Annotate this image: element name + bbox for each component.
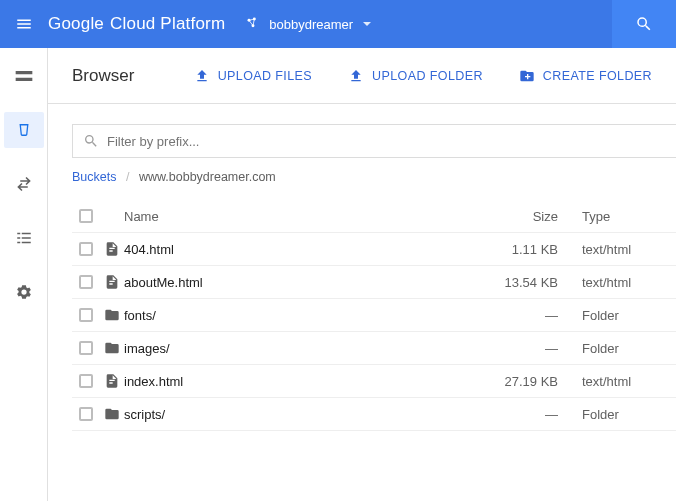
row-size: — (468, 407, 558, 422)
brand: Google Cloud Platform (48, 14, 225, 34)
breadcrumb-sep: / (126, 170, 129, 184)
sidebar-item-settings[interactable] (4, 274, 44, 310)
caret-down-icon (363, 22, 371, 26)
file-icon (100, 241, 124, 257)
filter-box[interactable] (72, 124, 676, 158)
folder-icon (100, 307, 124, 323)
gear-icon (15, 283, 33, 301)
project-icon (245, 15, 261, 34)
upload-folder-icon (348, 68, 364, 84)
row-checkbox[interactable] (79, 308, 93, 322)
upload-files-button[interactable]: UPLOAD FILES (194, 68, 312, 84)
sidebar-item-transfer-appliance[interactable] (4, 220, 44, 256)
row-name[interactable]: index.html (124, 374, 468, 389)
table-header: Name Size Type (72, 200, 676, 233)
table-row[interactable]: 404.html1.11 KBtext/html (72, 233, 676, 266)
create-folder-button[interactable]: CREATE FOLDER (519, 68, 652, 84)
hamburger-icon (15, 15, 33, 33)
toolbar: Browser UPLOAD FILES UPLOAD FOLDER CREAT… (48, 48, 676, 104)
sidebar-item-storage[interactable] (4, 58, 44, 94)
row-type: text/html (558, 275, 668, 290)
row-size: 1.11 KB (468, 242, 558, 257)
bucket-icon (15, 121, 33, 139)
folder-icon (100, 406, 124, 422)
sidebar-item-transfer[interactable] (4, 166, 44, 202)
filter-search-icon (83, 133, 99, 149)
row-checkbox[interactable] (79, 407, 93, 421)
storage-icon (14, 66, 34, 86)
table-row[interactable]: aboutMe.html13.54 KBtext/html (72, 266, 676, 299)
row-checkbox[interactable] (79, 374, 93, 388)
upload-folder-label: UPLOAD FOLDER (372, 69, 483, 83)
table-row[interactable]: index.html27.19 KBtext/html (72, 365, 676, 398)
file-icon (100, 274, 124, 290)
upload-files-icon (194, 68, 210, 84)
breadcrumb-root[interactable]: Buckets (72, 170, 116, 184)
brand-google: Google (48, 14, 104, 34)
row-size: 27.19 KB (468, 374, 558, 389)
row-size: 13.54 KB (468, 275, 558, 290)
transfer-icon (15, 175, 33, 193)
file-icon (100, 373, 124, 389)
brand-rest: Cloud Platform (110, 14, 225, 34)
topbar: Google Cloud Platform bobbydreamer (0, 0, 676, 48)
row-name[interactable]: images/ (124, 341, 468, 356)
search-icon (635, 15, 653, 33)
row-type: Folder (558, 341, 668, 356)
upload-files-label: UPLOAD FILES (218, 69, 312, 83)
table-row[interactable]: images/—Folder (72, 332, 676, 365)
row-type: text/html (558, 374, 668, 389)
row-name[interactable]: fonts/ (124, 308, 468, 323)
sidebar-item-browser[interactable] (4, 112, 44, 148)
row-checkbox[interactable] (79, 341, 93, 355)
row-size: — (468, 308, 558, 323)
row-size: — (468, 341, 558, 356)
menu-button[interactable] (0, 15, 48, 33)
row-type: text/html (558, 242, 668, 257)
row-type: Folder (558, 407, 668, 422)
select-all-checkbox[interactable] (79, 209, 93, 223)
project-name: bobbydreamer (269, 17, 353, 32)
list-icon (15, 229, 33, 247)
row-checkbox[interactable] (79, 275, 93, 289)
upload-folder-button[interactable]: UPLOAD FOLDER (348, 68, 483, 84)
project-picker[interactable]: bobbydreamer (245, 15, 371, 34)
col-name[interactable]: Name (124, 209, 468, 224)
sidebar (0, 48, 48, 501)
breadcrumb-current: www.bobbydreamer.com (139, 170, 276, 184)
col-size[interactable]: Size (468, 209, 558, 224)
row-name[interactable]: aboutMe.html (124, 275, 468, 290)
row-name[interactable]: 404.html (124, 242, 468, 257)
col-type[interactable]: Type (558, 209, 668, 224)
create-folder-icon (519, 68, 535, 84)
row-name[interactable]: scripts/ (124, 407, 468, 422)
create-folder-label: CREATE FOLDER (543, 69, 652, 83)
table-row[interactable]: fonts/—Folder (72, 299, 676, 332)
table-row[interactable]: scripts/—Folder (72, 398, 676, 431)
folder-icon (100, 340, 124, 356)
object-table: Name Size Type 404.html1.11 KBtext/htmla… (72, 200, 676, 431)
row-type: Folder (558, 308, 668, 323)
row-checkbox[interactable] (79, 242, 93, 256)
filter-input[interactable] (107, 134, 666, 149)
page-title: Browser (72, 66, 134, 86)
breadcrumb: Buckets / www.bobbydreamer.com (72, 170, 676, 184)
search-button[interactable] (612, 0, 676, 48)
